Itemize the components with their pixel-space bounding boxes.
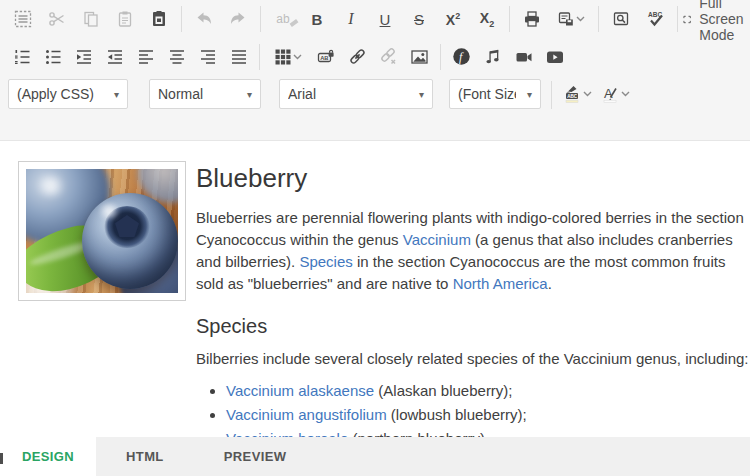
- print-button[interactable]: [515, 4, 549, 34]
- select-all-button[interactable]: [6, 4, 40, 34]
- toolbar-row-3: (Apply CSS) ▾ Normal ▾ Arial ▾ (Font Siz…: [0, 75, 750, 144]
- font-family-dropdown[interactable]: Arial ▾: [279, 79, 433, 109]
- editor-canvas[interactable]: Blueberry Blueberries are perennial flow…: [0, 141, 750, 437]
- paste-from-word-icon: [150, 10, 168, 28]
- editor-toolbar: ab B I U S X2 X2: [0, 0, 750, 141]
- strikethrough-button[interactable]: S: [402, 4, 436, 34]
- separator: [440, 44, 441, 70]
- list-item-text: (northern blueberry).: [348, 430, 489, 437]
- link-vaccinium-boreale[interactable]: Vaccinium boreale: [226, 430, 348, 437]
- cut-button[interactable]: [40, 4, 74, 34]
- intro-text: .: [548, 275, 552, 292]
- bold-button[interactable]: B: [300, 4, 334, 34]
- align-left-button[interactable]: [130, 42, 161, 72]
- redo-button[interactable]: [221, 4, 255, 34]
- export-icon: [557, 10, 575, 28]
- format-stripper-icon: ab: [276, 12, 289, 26]
- article-title: Blueberry: [196, 163, 750, 194]
- fullscreen-button[interactable]: Full Screen Mode: [683, 0, 750, 43]
- tab-html[interactable]: HTML: [96, 437, 194, 476]
- insert-video-button[interactable]: [508, 42, 539, 72]
- align-right-button[interactable]: [192, 42, 223, 72]
- align-center-icon: [168, 48, 186, 66]
- link-vaccinium[interactable]: Vaccinium: [403, 231, 471, 248]
- editor-mode-tabbar: DESIGN HTML PREVIEW: [0, 437, 750, 476]
- chevron-down-icon: [621, 91, 630, 97]
- spellcheck-icon: ABC: [646, 10, 665, 28]
- tab-design[interactable]: DESIGN: [0, 437, 96, 476]
- preview-button[interactable]: [604, 4, 638, 34]
- dropdown-arrow-icon: ▾: [114, 89, 119, 100]
- copy-button[interactable]: [74, 4, 108, 34]
- ab-lock-button[interactable]: AB: [311, 42, 342, 72]
- blueberry-photo: [26, 169, 178, 293]
- paste-icon: [116, 10, 134, 28]
- font-color-icon: A: [600, 84, 620, 104]
- highlight-color-button[interactable]: ABC: [562, 79, 592, 109]
- dropdown-arrow-icon: ▾: [419, 89, 424, 100]
- svg-text:A: A: [604, 86, 613, 101]
- link-north-america[interactable]: North America: [453, 275, 548, 292]
- insert-flash-button[interactable]: f: [446, 42, 477, 72]
- paste-from-word-button[interactable]: [142, 4, 176, 34]
- separator: [509, 6, 510, 32]
- link-vaccinium-alaskaense[interactable]: Vaccinium alaskaense: [226, 382, 374, 399]
- bullet-list-button[interactable]: [37, 42, 68, 72]
- blueberry-image[interactable]: [18, 161, 186, 301]
- image-icon: [410, 48, 429, 66]
- subscript-label: X2: [480, 10, 494, 29]
- ab-tag-lock-icon: AB: [317, 48, 336, 66]
- insert-table-button[interactable]: [265, 42, 311, 72]
- copy-icon: [82, 10, 100, 28]
- list-item: Vaccinium alaskaense (Alaskan blueberry)…: [226, 379, 750, 403]
- insert-image-button[interactable]: [404, 42, 435, 72]
- outdent-button[interactable]: [99, 42, 130, 72]
- insert-link-button[interactable]: [342, 42, 373, 72]
- unlink-icon: [379, 47, 398, 66]
- font-size-dropdown[interactable]: (Font Size) ▾: [449, 79, 541, 109]
- superscript-label: X2: [446, 11, 460, 28]
- align-center-button[interactable]: [161, 42, 192, 72]
- spellcheck-button[interactable]: ABC: [638, 4, 672, 34]
- music-note-icon: [484, 48, 502, 66]
- rich-text-editor: ab B I U S X2 X2: [0, 0, 750, 476]
- font-color-button[interactable]: A: [600, 79, 630, 109]
- flash-icon: f: [452, 47, 471, 66]
- select-all-icon: [14, 10, 32, 28]
- fullscreen-label: Full Screen Mode: [699, 0, 750, 43]
- print-icon: [523, 10, 541, 28]
- insert-audio-button[interactable]: [477, 42, 508, 72]
- list-item-text: (Alaskan blueberry);: [374, 382, 512, 399]
- format-stripper-button[interactable]: ab: [266, 4, 300, 34]
- separator: [181, 6, 182, 32]
- export-button[interactable]: [549, 4, 593, 34]
- paragraph-style-dropdown[interactable]: Normal ▾: [149, 79, 261, 109]
- tab-preview[interactable]: PREVIEW: [194, 437, 317, 476]
- superscript-button[interactable]: X2: [436, 4, 470, 34]
- insert-youtube-button[interactable]: [539, 42, 570, 72]
- link-vaccinium-angustifolium[interactable]: Vaccinium angustifolium: [226, 406, 387, 423]
- redo-icon: [229, 11, 247, 27]
- apply-css-dropdown[interactable]: (Apply CSS) ▾: [8, 79, 128, 109]
- highlight-color-icon: ABC: [562, 84, 582, 104]
- subscript-button[interactable]: X2: [470, 4, 504, 34]
- fullscreen-icon: [683, 11, 691, 28]
- tabstrip: HTML PREVIEW: [96, 437, 750, 476]
- underline-button[interactable]: U: [368, 4, 402, 34]
- indent-button[interactable]: [68, 42, 99, 72]
- link-species[interactable]: Species: [299, 253, 352, 270]
- ordered-list-button[interactable]: [6, 42, 37, 72]
- separator: [551, 81, 552, 109]
- toolbar-row-2: AB: [0, 38, 750, 75]
- list-item-text: (lowbush blueberry);: [387, 406, 527, 423]
- paste-button[interactable]: [108, 4, 142, 34]
- justify-button[interactable]: [223, 42, 254, 72]
- justify-icon: [230, 48, 248, 66]
- dropdown-arrow-icon: ▾: [247, 89, 252, 100]
- remove-link-button[interactable]: [373, 42, 404, 72]
- intro-paragraph: Blueberries are perennial flowering plan…: [196, 207, 750, 295]
- undo-button[interactable]: [187, 4, 221, 34]
- chevron-down-icon: [583, 91, 592, 97]
- youtube-icon: [546, 48, 564, 66]
- italic-button[interactable]: I: [334, 4, 368, 34]
